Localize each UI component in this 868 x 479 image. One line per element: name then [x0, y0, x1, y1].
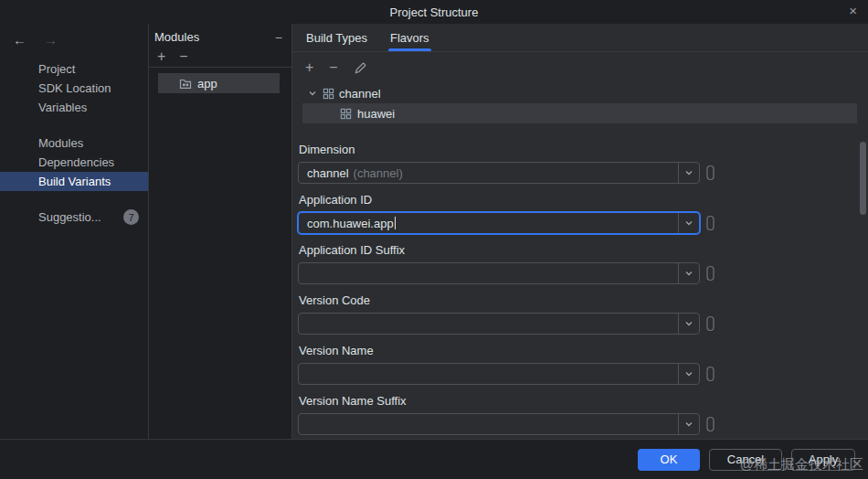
tree-node-label: channel	[339, 87, 381, 101]
sidebar-item-modules[interactable]: Modules	[0, 133, 148, 153]
variable-picker-icon[interactable]	[706, 366, 715, 382]
hide-panel-icon[interactable]: −	[275, 30, 282, 45]
dimension-combobox[interactable]: channel (channel)	[298, 162, 700, 184]
variable-picker-icon[interactable]	[706, 215, 715, 231]
dropdown-arrow-icon[interactable]	[678, 364, 699, 384]
version-name-suffix-combobox[interactable]	[298, 413, 700, 435]
add-module-button[interactable]: +	[157, 48, 165, 65]
sidebar-item-label: Build Variants	[38, 175, 111, 188]
tab-build-types[interactable]: Build Types	[304, 24, 369, 51]
tree-node-label: huawei	[357, 107, 395, 121]
sidebar-item-suggestions[interactable]: Suggestio... 7	[0, 208, 148, 227]
dropdown-arrow-icon[interactable]	[678, 163, 699, 183]
module-icon	[179, 77, 192, 90]
dropdown-arrow-icon[interactable]	[678, 263, 699, 283]
forward-icon[interactable]: →	[44, 32, 58, 48]
sidebar: ← → Project SDK Location Variables Modul…	[0, 24, 149, 439]
application-id-combobox[interactable]: com.huawei.app	[298, 212, 700, 234]
project-structure-dialog: Project Structure × ← → Project SDK Loca…	[0, 0, 868, 479]
flavors-toolbar: + −	[292, 52, 868, 83]
chevron-down-icon[interactable]	[307, 88, 318, 99]
modules-toolbar: + −	[149, 45, 291, 68]
dropdown-arrow-icon[interactable]	[678, 213, 699, 233]
sidebar-item-label: SDK Location	[38, 81, 111, 95]
rename-flavor-button[interactable]	[354, 61, 367, 75]
text-cursor	[395, 217, 396, 229]
combo-value-text: com.huawei.app	[307, 217, 394, 230]
footer-bar: OK Cancel Apply	[0, 439, 868, 479]
tab-label: Build Types	[306, 31, 367, 45]
application-id-label: Application ID	[299, 193, 868, 207]
application-id-suffix-combobox[interactable]	[298, 262, 700, 284]
sidebar-item-label: Modules	[38, 136, 83, 150]
variable-picker-icon[interactable]	[706, 416, 715, 432]
sidebar-group-modules: Modules Dependencies Build Variants	[0, 133, 148, 191]
version-name-suffix-label: Version Name Suffix	[299, 394, 868, 408]
sidebar-item-project[interactable]: Project	[0, 59, 148, 79]
flavor-dimension-icon	[323, 88, 334, 100]
modules-panel-header: Modules −	[149, 24, 291, 45]
sidebar-item-label: Variables	[38, 101, 87, 114]
version-code-label: Version Code	[299, 293, 868, 307]
sidebar-item-label: Suggestio...	[38, 210, 101, 224]
sidebar-item-variables[interactable]: Variables	[0, 98, 148, 117]
dropdown-arrow-icon[interactable]	[678, 414, 699, 434]
flavor-icon	[340, 108, 352, 120]
variable-picker-icon[interactable]	[706, 265, 715, 282]
cancel-button[interactable]: Cancel	[709, 449, 782, 471]
ok-button[interactable]: OK	[638, 449, 700, 471]
suggestions-count-badge: 7	[123, 209, 139, 225]
remove-module-button[interactable]: −	[179, 48, 187, 65]
title-bar: Project Structure ×	[0, 0, 868, 24]
dimension-value: channel (channel)	[299, 166, 678, 180]
tab-flavors[interactable]: Flavors	[388, 24, 431, 51]
sidebar-group-project: Project SDK Location Variables	[0, 59, 148, 117]
version-code-combobox[interactable]	[298, 313, 700, 335]
application-id-suffix-label: Application ID Suffix	[299, 243, 868, 257]
modules-panel: Modules − + − app	[149, 24, 292, 439]
sidebar-group-suggestions: Suggestio... 7	[0, 208, 148, 227]
vertical-scrollbar-thumb[interactable]	[860, 142, 866, 215]
version-name-label: Version Name	[299, 344, 868, 357]
tab-label: Flavors	[390, 31, 429, 45]
module-item-label: app	[197, 77, 217, 90]
sidebar-item-dependencies[interactable]: Dependencies	[0, 153, 148, 172]
window-title: Project Structure	[390, 5, 479, 19]
modules-panel-title: Modules	[154, 30, 199, 44]
sidebar-item-sdk-location[interactable]: SDK Location	[0, 79, 148, 98]
combo-hint-text: (channel)	[354, 166, 403, 180]
modules-list: app	[149, 68, 291, 93]
version-name-combobox[interactable]	[298, 363, 700, 385]
sidebar-item-label: Dependencies	[38, 155, 114, 169]
dimension-label: Dimension	[299, 143, 868, 156]
sidebar-item-label: Project	[38, 62, 75, 76]
remove-flavor-button[interactable]: −	[329, 59, 337, 76]
back-icon[interactable]: ←	[13, 32, 26, 48]
detail-tabs: Build Types Flavors	[292, 24, 868, 52]
combo-value-text: channel	[307, 166, 349, 180]
dialog-body: ← → Project SDK Location Variables Modul…	[0, 24, 868, 439]
dropdown-arrow-icon[interactable]	[678, 314, 699, 334]
close-icon[interactable]: ×	[849, 3, 857, 18]
add-flavor-button[interactable]: +	[305, 59, 313, 76]
variable-picker-icon[interactable]	[706, 165, 715, 181]
apply-button[interactable]: Apply	[791, 449, 855, 471]
tree-row-huawei[interactable]: huawei	[302, 103, 857, 123]
sidebar-item-build-variants[interactable]: Build Variants	[0, 172, 148, 191]
application-id-value: com.huawei.app	[299, 217, 678, 230]
flavor-properties-form: Dimension channel (channel)	[292, 123, 868, 439]
nav-history: ← →	[0, 24, 148, 49]
flavors-panel: Build Types Flavors + −	[292, 24, 868, 439]
module-item-app[interactable]: app	[158, 73, 280, 93]
variable-picker-icon[interactable]	[706, 315, 715, 332]
tree-row-channel[interactable]: channel	[292, 83, 868, 103]
